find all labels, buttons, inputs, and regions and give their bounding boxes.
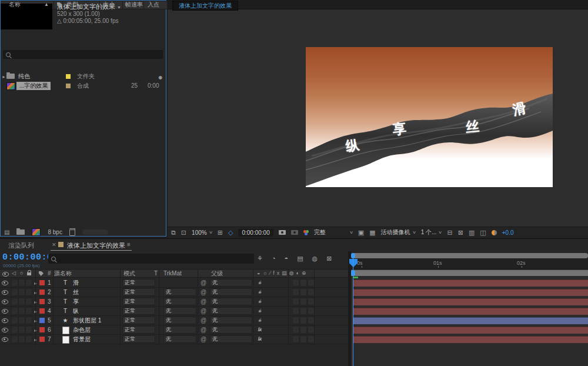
blend-mode-dropdown[interactable]: 正常∨ (122, 298, 155, 305)
parent-dropdown[interactable]: 无∨ (210, 335, 252, 343)
parent-dropdown[interactable]: 无∨ (210, 298, 252, 305)
motion-blur-cell[interactable] (300, 288, 307, 296)
lock-toggle-cell[interactable] (25, 335, 32, 343)
reset-exposure-icon[interactable] (492, 230, 497, 235)
blend-mode-dropdown[interactable]: 正常∨ (122, 288, 155, 296)
motion-blur-cell[interactable] (300, 307, 307, 315)
hide-shy-layers-icon[interactable]: ◓ (285, 255, 289, 262)
solo-toggle-cell[interactable] (18, 317, 25, 324)
layer-visibility-icon[interactable] (2, 309, 8, 314)
item-name[interactable]: ...字的效果 (16, 82, 51, 90)
blend-mode-dropdown[interactable]: 正常∨ (122, 317, 155, 324)
layer-visibility-icon[interactable] (2, 337, 8, 342)
layer-name[interactable]: 丝 (73, 288, 79, 297)
composition-canvas[interactable]: 纵享丝滑 (306, 47, 553, 187)
show-snapshot-icon[interactable] (291, 230, 298, 235)
time-navigator-start-handle[interactable] (351, 253, 355, 258)
layer-label-chip[interactable] (39, 337, 45, 342)
mask-visibility-icon[interactable]: ◇ (228, 229, 233, 236)
layer-row[interactable]: ► 7 背景层 正常∨ 无∨ @ 无∨ ◒∕fx (0, 335, 348, 344)
solo-toggle-cell[interactable] (18, 307, 25, 315)
col-parent[interactable]: 父级 (211, 269, 223, 277)
solo-toggle-cell[interactable] (18, 288, 25, 296)
layer-duration-bar[interactable] (353, 289, 588, 296)
layer-duration-bar[interactable] (353, 308, 588, 315)
show-channel-icon[interactable] (303, 230, 309, 235)
col-inpoint[interactable]: 入点 (148, 1, 159, 9)
tab-render-queue[interactable]: 渲染队列 (8, 241, 34, 250)
lock-toggle-cell[interactable] (25, 317, 32, 324)
panel-scrollbar[interactable] (82, 229, 108, 235)
audio-toggle-cell[interactable] (11, 335, 18, 343)
tab-composition[interactable]: 液体上加文字的效果 (172, 1, 238, 11)
transparency-grid-icon[interactable]: ▦ (369, 229, 375, 236)
layer-row[interactable]: ► 5 ★ 形状图层 1 正常∨ 无∨ @ 无∨ ◒☼∕ (0, 316, 348, 325)
layer-row[interactable]: ► 3 T 享 正常∨ 无∨ @ 无∨ ◒☼∕ (0, 297, 348, 307)
playhead-line[interactable] (353, 258, 353, 366)
frame-blend-cell[interactable] (292, 307, 299, 315)
fast-previews-icon[interactable]: ⊠ (458, 229, 463, 236)
layer-label-chip[interactable] (39, 327, 45, 332)
layer-columns-header[interactable]: ◁ ○ # 源名称 模式 T TrkMat 父级 ◒☼∕fx▤◍◐⊕ (0, 269, 348, 278)
parent-pickwhip-icon[interactable]: @ (201, 278, 206, 287)
trkmat-dropdown[interactable]: 无∨ (163, 288, 196, 296)
trkmat-dropdown[interactable]: 无∨ (163, 298, 196, 305)
layer-visibility-icon[interactable] (2, 318, 8, 323)
solo-toggle-cell[interactable] (18, 326, 25, 334)
frame-blend-cell[interactable] (292, 279, 299, 287)
audio-toggle-cell[interactable] (11, 307, 18, 315)
project-search-input[interactable] (3, 50, 163, 59)
col-framerate[interactable]: 帧速率 (125, 1, 143, 9)
close-tab-icon[interactable]: ✕ (52, 242, 56, 248)
lock-toggle-cell[interactable] (25, 279, 32, 287)
parent-pickwhip-icon[interactable]: @ (201, 307, 206, 315)
layer-label-chip[interactable] (39, 299, 45, 304)
exposure-value[interactable]: +0.0 (502, 229, 514, 236)
always-preview-icon[interactable]: ⧉ (171, 229, 176, 236)
parent-pickwhip-icon[interactable]: @ (201, 335, 206, 344)
camera-view-dropdown[interactable]: 活动摄像机∨ (381, 228, 416, 237)
layer-name[interactable]: 背景层 (73, 335, 91, 344)
solo-toggle-cell[interactable] (18, 279, 25, 287)
expand-arrow-icon[interactable]: ► (2, 72, 6, 82)
parent-pickwhip-icon[interactable]: @ (201, 288, 206, 297)
layer-visibility-icon[interactable] (2, 290, 8, 295)
parent-dropdown[interactable]: 无∨ (210, 317, 252, 324)
trkmat-dropdown[interactable]: 无∨ (163, 317, 196, 324)
layer-row[interactable]: ► 6 杂色层 正常∨ 无∨ @ 无∨ ◒∕fx (0, 325, 348, 335)
lock-toggle-cell[interactable] (25, 307, 32, 315)
primary-viewer-icon[interactable]: ⊡ (181, 229, 186, 236)
new-folder-icon[interactable] (16, 229, 25, 235)
motion-blur-cell[interactable] (300, 298, 307, 305)
frame-blend-cell[interactable] (292, 335, 299, 343)
audio-toggle-cell[interactable] (11, 288, 18, 296)
viewer-timecode[interactable]: 0:00:00:00 (238, 229, 273, 237)
layer-name[interactable]: 形状图层 1 (73, 316, 101, 325)
frame-blend-cell[interactable] (292, 326, 299, 334)
pixel-aspect-icon[interactable]: ⊟ (447, 229, 452, 236)
layer-label-chip[interactable] (39, 280, 45, 285)
view-layout-dropdown[interactable]: 1 个...∨ (421, 228, 442, 237)
col-trkmat[interactable]: TrkMat (163, 269, 182, 277)
layer-visibility-icon[interactable] (2, 328, 8, 332)
work-area-bar[interactable] (351, 270, 588, 276)
layer-duration-bar[interactable] (353, 317, 588, 324)
parent-pickwhip-icon[interactable]: @ (201, 297, 206, 306)
solo-toggle-cell[interactable] (18, 298, 25, 305)
panel-menu-icon[interactable]: ≡ (127, 241, 131, 248)
parent-pickwhip-icon[interactable]: @ (201, 325, 206, 334)
label-chip[interactable] (66, 74, 71, 79)
item-name[interactable]: 纯色 (18, 72, 30, 81)
audio-toggle-cell[interactable] (11, 317, 18, 324)
time-navigator-bar[interactable] (351, 253, 588, 258)
time-ruler[interactable]: 0s01s02s (351, 258, 588, 269)
blend-mode-dropdown[interactable]: 正常∨ (122, 335, 155, 343)
motion-blur-cell[interactable] (300, 279, 307, 287)
col-mode[interactable]: 模式 (123, 269, 135, 277)
trkmat-dropdown[interactable]: 无∨ (163, 307, 196, 315)
flowchart-icon[interactable]: ◫ (480, 229, 486, 236)
lock-toggle-cell[interactable] (25, 326, 32, 334)
layer-label-chip[interactable] (39, 318, 45, 323)
new-composition-icon[interactable] (32, 228, 41, 236)
dropdown-arrow-icon[interactable]: ▼ (117, 5, 121, 9)
